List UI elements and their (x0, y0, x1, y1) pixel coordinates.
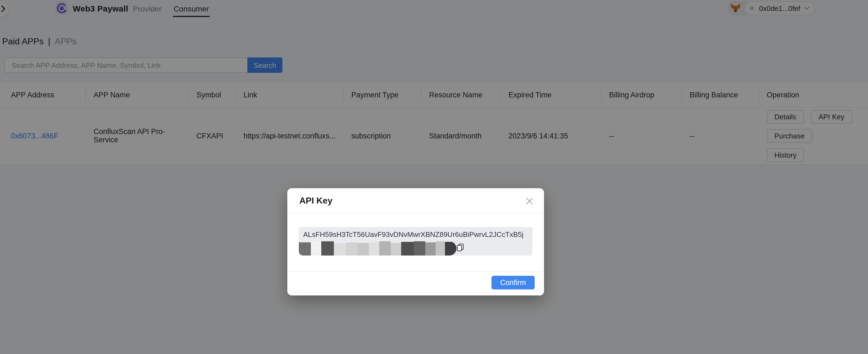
modal-header: API Key (287, 188, 544, 214)
screen: Web3 Paywall Provider Consumer (0, 0, 868, 354)
redaction-block (414, 241, 425, 256)
redaction-block (299, 243, 311, 256)
copy-icon[interactable] (457, 244, 464, 252)
api-key-text: ALsFH59sH3TcT56UavF93vDNvMwrXBNZ89Ur6uBi… (303, 230, 524, 238)
redaction-block (401, 242, 414, 256)
redacted-key-blocks (299, 241, 457, 256)
app-canvas: Web3 Paywall Provider Consumer (0, 0, 868, 354)
redaction-block (346, 243, 358, 256)
redaction-block (358, 243, 369, 256)
redaction-block (321, 241, 334, 256)
api-key-modal: API Key ALsFH59sH3TcT56UavF93vDNvMwrXBNZ… (287, 188, 544, 295)
redaction-block (391, 243, 401, 256)
modal-overlay[interactable] (0, 0, 868, 354)
api-key-field: ALsFH59sH3TcT56UavF93vDNvMwrXBNZ89Ur6uBi… (299, 227, 532, 256)
redaction-block (425, 243, 436, 256)
close-icon (526, 197, 533, 204)
redaction-block (436, 241, 445, 256)
modal-footer: Confirm (287, 271, 544, 295)
redaction-block (369, 243, 379, 256)
redaction-block (311, 241, 321, 256)
redaction-block (334, 244, 346, 256)
redaction-block (445, 242, 457, 256)
modal-close-button[interactable] (525, 196, 534, 205)
modal-title: API Key (299, 196, 333, 206)
redaction-block (379, 241, 391, 256)
confirm-button[interactable]: Confirm (491, 276, 535, 289)
